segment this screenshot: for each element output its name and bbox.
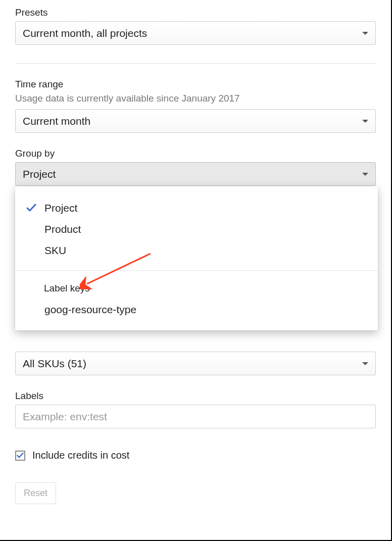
chevron-down-icon — [362, 173, 368, 176]
include-credits-label: Include credits in cost — [32, 450, 129, 461]
labels-input[interactable] — [15, 405, 376, 428]
skus-value: All SKUs (51) — [23, 358, 86, 370]
check-icon — [25, 202, 37, 214]
labels-label: Labels — [15, 390, 376, 402]
skus-select[interactable]: All SKUs (51) — [15, 352, 376, 375]
menu-item-label: Project — [44, 202, 77, 214]
time-range-value: Current month — [23, 115, 90, 127]
presets-label: Presets — [15, 7, 376, 18]
time-range-subtext: Usage data is currently available since … — [15, 93, 376, 104]
menu-item-label: goog-resource-type — [44, 304, 136, 316]
time-range-select[interactable]: Current month — [15, 109, 376, 133]
chevron-down-icon — [362, 120, 368, 123]
reset-button-label: Reset — [24, 488, 47, 498]
group-by-value: Project — [23, 168, 56, 180]
group-by-label: Group by — [15, 148, 376, 159]
chevron-down-icon — [362, 32, 368, 35]
group-by-option-project[interactable]: Project — [15, 198, 378, 219]
time-range-label: Time range — [15, 79, 376, 90]
menu-divider — [15, 270, 378, 271]
menu-item-label: Product — [44, 223, 81, 235]
check-icon — [16, 451, 24, 460]
presets-select[interactable]: Current month, all projects — [15, 21, 376, 45]
group-by-select[interactable]: Project — [15, 162, 376, 186]
group-by-option-product[interactable]: Product — [15, 219, 378, 240]
menu-item-label: SKU — [44, 244, 66, 257]
group-by-labelkey-goog-resource-type[interactable]: goog-resource-type — [15, 299, 378, 320]
presets-value: Current month, all projects — [23, 27, 147, 39]
label-keys-header: Label keys — [15, 280, 378, 299]
group-by-option-sku[interactable]: SKU — [15, 240, 378, 261]
reset-button[interactable]: Reset — [15, 482, 56, 504]
chevron-down-icon — [362, 362, 368, 365]
section-divider — [15, 63, 376, 64]
group-by-dropdown-menu: Project Product SKU Label keys goog-reso… — [15, 186, 378, 330]
include-credits-checkbox[interactable] — [15, 451, 25, 461]
